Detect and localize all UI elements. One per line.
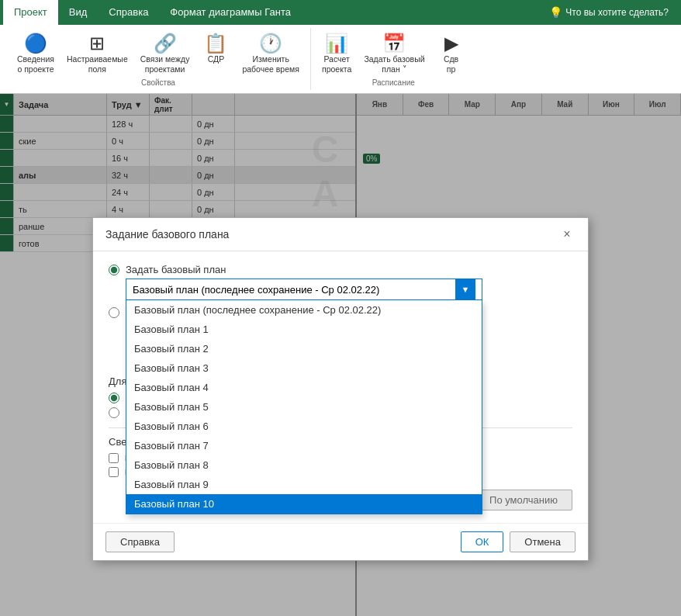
modal-title: Задание базового плана	[105, 228, 229, 241]
dropdown-selected-label: Базовый план (последнее сохранение - Ср …	[133, 284, 379, 296]
project-links-label: Связи между проектами	[140, 54, 190, 74]
footer-right: ОК Отмена	[461, 531, 576, 552]
radio-row-set-baseline: Задать базовый план	[109, 264, 572, 275]
modal-footer: Справка ОК Отмена	[93, 523, 588, 560]
baseline-label: Задать базовый план ˅	[364, 54, 424, 74]
project-info-label: Сведения о проекте	[17, 54, 54, 74]
tab-format[interactable]: Формат диаграммы Ганта	[159, 0, 302, 25]
dropdown-select[interactable]: Базовый план (последнее сохранение - Ср …	[126, 279, 482, 300]
btn-cancel[interactable]: Отмена	[510, 531, 576, 552]
dialog-set-baseline: Задание базового плана × Задать базовый …	[92, 217, 589, 561]
radio-set-baseline-label[interactable]: Задать базовый план	[126, 264, 226, 275]
grid-icon: ⊞	[89, 34, 105, 53]
ribbon-body: 🔵 Сведения о проекте ⊞ Настраиваемые пол…	[0, 25, 681, 94]
move-label: Сдв пр	[444, 54, 458, 74]
dropdown-item-4[interactable]: Базовый план 4	[126, 378, 482, 397]
btn-move[interactable]: ▶ Сдв пр	[433, 31, 470, 77]
ribbon-group-schedule: 📊 Расчет проекта 📅 Задать базовый план ˅…	[311, 28, 476, 90]
schedule-items: 📊 Расчет проекта 📅 Задать базовый план ˅…	[317, 31, 470, 77]
tab-project[interactable]: Проект	[3, 0, 58, 25]
btn-ok[interactable]: ОК	[461, 531, 504, 552]
btn-help[interactable]: Справка	[105, 531, 175, 552]
dropdown-item-8[interactable]: Базовый план 8	[126, 455, 482, 475]
btn-project-info[interactable]: 🔵 Сведения о проекте	[12, 31, 59, 77]
btn-set-baseline[interactable]: 📅 Задать базовый план ˅	[359, 31, 429, 77]
modal-close-button[interactable]: ×	[558, 226, 576, 243]
move-icon: ▶	[444, 34, 458, 53]
btn-project-links[interactable]: 🔗 Связи между проектами	[136, 31, 195, 77]
btn-custom-fields[interactable]: ⊞ Настраиваемые поля	[62, 31, 133, 77]
clock-icon: 🕐	[259, 34, 282, 53]
dropdown-item-6[interactable]: Базовый план 6	[126, 417, 482, 436]
project-table: ▼ Задача Труд ▼ Фак.длит 128 ч 0 дн ские…	[0, 94, 681, 616]
modal-overlay: Задание базового плана × Задать базовый …	[0, 94, 681, 616]
link-icon: 🔗	[154, 34, 177, 53]
ribbon-group-properties: 🔵 Сведения о проекте ⊞ Настраиваемые пол…	[6, 28, 311, 90]
wbs-icon: 📋	[204, 34, 227, 53]
schedule-group-label: Расписание	[372, 78, 415, 87]
calc-icon: 📊	[325, 34, 348, 53]
search-label: Что вы хотите сделать?	[565, 7, 669, 18]
dropdown-item-3[interactable]: Базовый план 3	[126, 358, 482, 378]
checkbox-all[interactable]	[109, 453, 119, 463]
tab-view[interactable]: Вид	[58, 0, 99, 25]
btn-calc-project[interactable]: 📊 Расчет проекта	[317, 31, 356, 77]
modal-body: Задать базовый план Базовый план (послед…	[93, 251, 588, 523]
dropdown-item-10[interactable]: Базовый план 10	[126, 494, 482, 514]
wbs-label: СДР	[208, 54, 224, 64]
dropdown-item-5[interactable]: Базовый план 5	[126, 397, 482, 417]
btn-change-work[interactable]: 🕐 Изменить рабочее время	[237, 31, 304, 77]
dropdown-list: Базовый план (последнее сохранение - Ср …	[126, 300, 482, 514]
checkbox-subordinate[interactable]	[109, 467, 119, 477]
radio-interim[interactable]	[109, 307, 119, 318]
modal-titlebar: Задание базового плана ×	[93, 218, 588, 251]
dropdown-container: Базовый план (последнее сохранение - Ср …	[126, 279, 572, 300]
btn-wbs[interactable]: 📋 СДР	[197, 31, 234, 67]
btn-default[interactable]: По умолчанию	[475, 490, 572, 510]
info-icon: 🔵	[24, 34, 47, 53]
ribbon-search[interactable]: 💡 Что вы хотите сделать?	[549, 0, 681, 25]
change-work-label: Изменить рабочее время	[242, 54, 299, 74]
dropdown-item-7[interactable]: Базовый план 7	[126, 436, 482, 455]
calc-label: Расчет проекта	[322, 54, 351, 74]
dropdown-arrow-icon[interactable]: ▼	[455, 279, 475, 299]
ribbon: Проект Вид Справка Формат диаграммы Гант…	[0, 0, 681, 94]
custom-fields-label: Настраиваемые поля	[67, 54, 128, 74]
search-icon: 💡	[549, 6, 562, 19]
baseline-icon: 📅	[382, 34, 406, 53]
properties-items: 🔵 Сведения о проекте ⊞ Настраиваемые пол…	[12, 31, 304, 77]
radio-set-baseline[interactable]	[109, 265, 119, 275]
radio-selected-tasks-input[interactable]	[109, 407, 119, 418]
ribbon-tabs: Проект Вид Справка Формат диаграммы Гант…	[0, 0, 681, 25]
dropdown-item-1[interactable]: Базовый план 1	[126, 320, 482, 339]
dropdown-item-default[interactable]: Базовый план (последнее сохранение - Ср …	[126, 300, 482, 320]
tab-help[interactable]: Справка	[98, 0, 159, 25]
dropdown-item-9[interactable]: Базовый план 9	[126, 475, 482, 494]
properties-group-label: Свойства	[141, 78, 175, 87]
dropdown-item-2[interactable]: Базовый план 2	[126, 339, 482, 358]
radio-whole-project-input[interactable]	[109, 393, 119, 403]
